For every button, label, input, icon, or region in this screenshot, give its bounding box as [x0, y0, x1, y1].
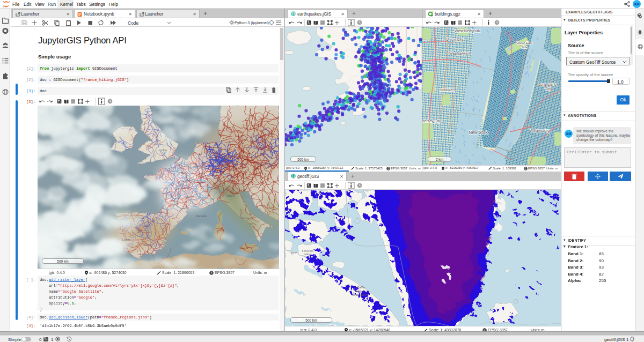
svg-text:City: City: [545, 87, 551, 91]
svg-text:Island -: Island -: [355, 289, 365, 293]
svg-text:West New York: West New York: [455, 29, 480, 33]
svg-text:Hoboken: Hoboken: [440, 88, 455, 92]
svg-text:Island: Island: [304, 252, 311, 256]
svg-text:Williamsburg: Williamsburg: [530, 129, 550, 133]
svg-text:Union City: Union City: [446, 38, 464, 42]
svg-text:Köln: Köln: [223, 157, 228, 160]
svg-text:Lisboa: Lisboa: [122, 238, 130, 241]
svg-text:Upper East: Upper East: [516, 41, 532, 44]
svg-text:New York: New York: [469, 130, 488, 135]
svg-text:Paris: Paris: [181, 172, 188, 175]
svg-text:Weehawken: Weehawken: [449, 51, 470, 55]
svg-text:- Baffin: - Baffin: [355, 286, 364, 289]
svg-text:Madrid: Madrid: [143, 243, 151, 247]
svg-text:Roma: Roma: [241, 217, 249, 220]
svg-text:London: London: [158, 148, 167, 152]
svg-text:'pp™^: 'pp™^: [290, 252, 297, 255]
svg-text:Long Island: Long Island: [538, 83, 557, 87]
svg-text:Side: Side: [521, 46, 528, 49]
svg-text:Jersey City: Jersey City: [422, 119, 441, 123]
svg-text:Marseille: Marseille: [196, 214, 207, 218]
svg-text:Milano: Milano: [226, 194, 235, 197]
svg-text:Île de Baffin: Île de Baffin: [352, 293, 368, 296]
